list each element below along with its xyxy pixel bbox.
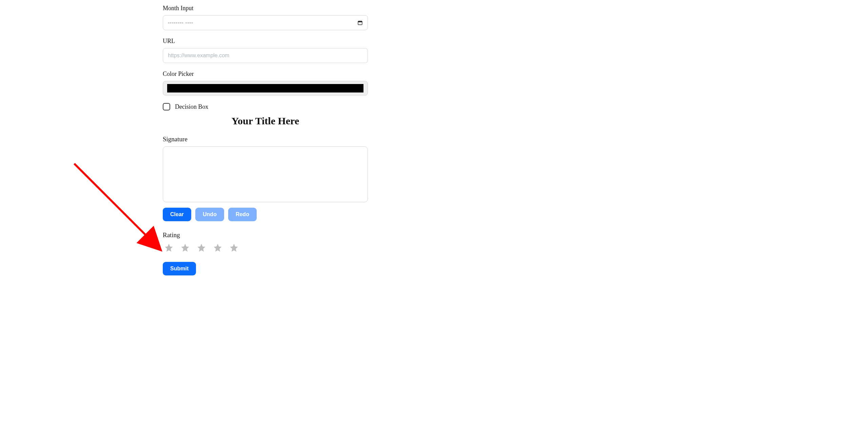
rating-stars — [163, 243, 368, 252]
submit-button[interactable]: Submit — [163, 262, 196, 275]
color-swatch — [167, 84, 363, 92]
clear-button[interactable]: Clear — [163, 208, 191, 221]
signature-canvas[interactable] — [163, 146, 368, 202]
annotation-arrow — [73, 162, 167, 257]
section-title: Your Title Here — [163, 115, 368, 127]
month-input-value: -------- ---- — [168, 20, 193, 26]
star-icon[interactable] — [164, 243, 174, 252]
svg-line-4 — [74, 164, 158, 247]
color-picker[interactable] — [163, 81, 368, 96]
star-icon[interactable] — [229, 243, 239, 252]
url-input[interactable] — [163, 48, 368, 63]
rating-label: Rating — [163, 231, 368, 239]
url-label: URL — [163, 38, 368, 45]
svg-rect-1 — [358, 21, 362, 22]
redo-button[interactable]: Redo — [228, 208, 257, 221]
star-icon[interactable] — [180, 243, 190, 252]
decision-label: Decision Box — [175, 103, 209, 110]
star-icon[interactable] — [213, 243, 222, 252]
month-label: Month Input — [163, 5, 368, 12]
signature-label: Signature — [163, 136, 368, 143]
star-icon[interactable] — [197, 243, 206, 252]
undo-button[interactable]: Undo — [195, 208, 224, 221]
month-input[interactable]: -------- ---- — [163, 15, 368, 30]
calendar-icon[interactable] — [357, 20, 363, 25]
decision-checkbox[interactable] — [163, 103, 170, 110]
color-label: Color Picker — [163, 70, 368, 78]
